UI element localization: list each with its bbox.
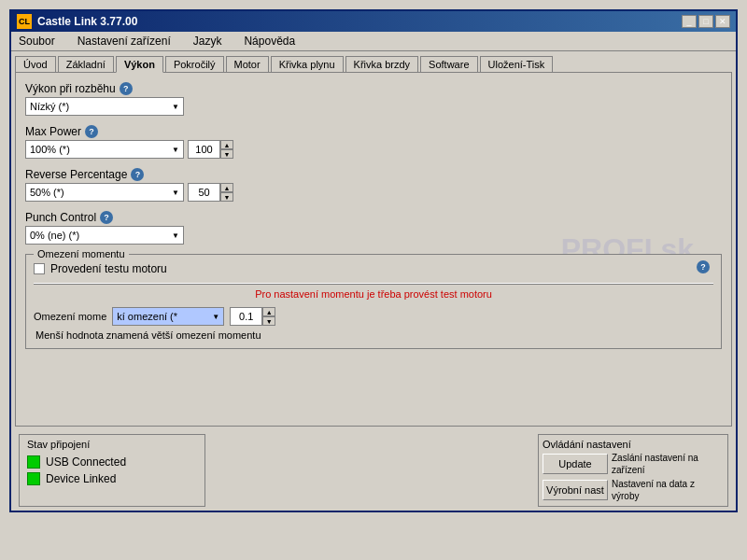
vykon-dropdown-value: Nízký (*) — [30, 101, 69, 112]
usb-status-item: USB Connected — [27, 455, 197, 469]
omezeni-groupbox-inner: ? Provedení testu motoru Pro nastavení m… — [34, 262, 713, 341]
device-led — [27, 472, 40, 485]
controls-title: Ovládání nastavení — [543, 439, 724, 450]
device-label: Device Linked — [46, 472, 116, 485]
punch-help-icon[interactable]: ? — [100, 211, 113, 224]
maxpower-spin-up[interactable]: ▲ — [220, 140, 233, 149]
checkbox-row: Provedení testu motoru — [34, 262, 713, 275]
reverse-spin-buttons: ▲ ▼ — [220, 183, 233, 202]
update-label: Zaslání nastavení na zařízení — [612, 452, 724, 476]
usb-label: USB Connected — [46, 455, 126, 469]
title-bar-left: CL Castle Link 3.77.00 — [17, 14, 137, 29]
status-right: Ovládání nastavení Update Zaslání nastav… — [538, 434, 728, 507]
punch-label-row: Punch Control ? — [25, 211, 722, 224]
tab-krivka-brzdy[interactable]: Křivka brzdy — [345, 56, 419, 73]
maxpower-dropdown-arrow: ▼ — [172, 146, 179, 154]
omezeni-groupbox: Omezení momentu ? Provedení testu motoru… — [25, 254, 722, 349]
menu-soubor[interactable]: Soubor — [15, 34, 59, 49]
warning-text: Pro nastavení momentu je třeba provést t… — [34, 288, 713, 300]
tabs-bar: Úvod Základní Výkon Pokročilý Motor Křiv… — [11, 51, 736, 72]
status-left: Stav připojení USB Connected Device Link… — [19, 434, 205, 507]
omezeni-dropdown[interactable]: kí omezení (* ▼ — [112, 307, 224, 326]
omezeni-row: Omezení mome kí omezení (* ▼ ▲ ▼ — [34, 307, 713, 326]
omezeni-dropdown-arrow: ▼ — [212, 313, 219, 321]
punch-field-row: 0% (ne) (*) ▼ — [25, 226, 722, 245]
vykon-label: Výkon při rozběhu — [25, 82, 116, 95]
menu-nastaveni[interactable]: Nastavení zařízení — [74, 34, 175, 49]
reverse-help-icon[interactable]: ? — [131, 168, 144, 181]
tab-pokrocily[interactable]: Pokročilý — [165, 56, 224, 73]
punch-field-group: Punch Control ? 0% (ne) (*) ▼ — [25, 211, 722, 245]
omezeni-help-icon[interactable]: ? — [697, 260, 710, 273]
reverse-field-row: 50% (*) ▼ ▲ ▼ — [25, 183, 722, 202]
device-status-item: Device Linked — [27, 472, 197, 485]
reverse-spinner: ▲ ▼ — [188, 183, 233, 202]
omezeni-dropdown-value: kí omezení (* — [117, 311, 177, 322]
punch-label: Punch Control — [25, 211, 96, 224]
menu-napoveda[interactable]: Nápověda — [240, 34, 299, 49]
tab-uvod[interactable]: Úvod — [15, 56, 56, 73]
status-bar: Stav připojení USB Connected Device Link… — [11, 430, 736, 511]
tab-motor[interactable]: Motor — [226, 56, 269, 73]
omezeni-spinner: ▲ ▼ — [230, 307, 275, 326]
maxpower-spin-down[interactable]: ▼ — [220, 149, 233, 159]
tab-krivka-plynu[interactable]: Křivka plynu — [271, 56, 344, 73]
reverse-label: Reverse Percentage — [25, 168, 127, 181]
maxpower-spin-buttons: ▲ ▼ — [220, 140, 233, 159]
divider — [34, 283, 713, 285]
omezeni-groupbox-title: Omezení momentu — [34, 248, 129, 259]
reverse-spin-up[interactable]: ▲ — [220, 183, 233, 192]
maxpower-field-row: 100% (*) ▼ 100 ▲ ▼ — [25, 140, 722, 159]
reverse-dropdown[interactable]: 50% (*) ▼ — [25, 183, 184, 202]
maxpower-number-input[interactable]: 100 — [188, 140, 220, 159]
maxpower-label-row: Max Power ? — [25, 125, 722, 138]
omezeni-spin-buttons: ▲ ▼ — [262, 307, 275, 326]
reverse-spin-down[interactable]: ▼ — [220, 192, 233, 202]
update-button[interactable]: Update — [543, 454, 608, 474]
maxpower-dropdown-value: 100% (*) — [30, 144, 70, 155]
minimize-button[interactable]: _ — [682, 15, 697, 28]
punch-dropdown[interactable]: 0% (ne) (*) ▼ — [25, 226, 184, 245]
punch-dropdown-value: 0% (ne) (*) — [30, 230, 79, 241]
factory-label: Nastavení na data z výroby — [612, 478, 724, 502]
omezeni-number-input[interactable] — [230, 307, 262, 326]
tab-software[interactable]: Software — [420, 56, 477, 73]
vykon-label-row: Výkon při rozběhu ? — [25, 82, 722, 95]
maxpower-help-icon[interactable]: ? — [85, 125, 98, 138]
omezeni-label: Omezení mome — [34, 311, 106, 322]
tab-vykon[interactable]: Výkon — [116, 56, 163, 73]
tab-ulozeni-tisk[interactable]: Uložení-Tisk — [480, 56, 554, 73]
provedeni-checkbox[interactable] — [34, 263, 45, 274]
window-controls: _ □ ✕ — [682, 15, 730, 28]
reverse-dropdown-arrow: ▼ — [172, 189, 179, 197]
checkbox-label: Provedení testu motoru — [50, 262, 167, 275]
factory-button[interactable]: Výrobní nast — [543, 480, 608, 500]
reverse-number-input[interactable] — [188, 183, 220, 202]
maximize-button[interactable]: □ — [698, 15, 713, 28]
menu-jazyk[interactable]: Jazyk — [190, 34, 226, 49]
vykon-dropdown[interactable]: Nízký (*) ▼ — [25, 97, 184, 116]
usb-led — [27, 455, 40, 469]
omezeni-spin-down[interactable]: ▼ — [262, 316, 275, 326]
content-area: PROFI.sk Výkon při rozběhu ? Nízký (*) ▼… — [15, 72, 732, 427]
close-button[interactable]: ✕ — [715, 15, 730, 28]
vykon-help-icon[interactable]: ? — [120, 82, 133, 95]
menu-bar: Soubor Nastavení zařízení Jazyk Nápověda — [11, 32, 736, 51]
update-row: Update Zaslání nastavení na zařízení — [543, 452, 724, 476]
main-window: CL Castle Link 3.77.00 _ □ ✕ Soubor Nast… — [9, 9, 738, 512]
omezeni-spin-up[interactable]: ▲ — [262, 307, 275, 316]
vykon-field-group: Výkon při rozběhu ? Nízký (*) ▼ — [25, 82, 722, 116]
reverse-label-row: Reverse Percentage ? — [25, 168, 722, 181]
reverse-field-group: Reverse Percentage ? 50% (*) ▼ ▲ ▼ — [25, 168, 722, 202]
punch-dropdown-arrow: ▼ — [172, 231, 179, 240]
vykon-field-row: Nízký (*) ▼ — [25, 97, 722, 116]
window-title: Castle Link 3.77.00 — [37, 15, 137, 28]
maxpower-label: Max Power — [25, 125, 81, 138]
maxpower-dropdown[interactable]: 100% (*) ▼ — [25, 140, 184, 159]
reverse-dropdown-value: 50% (*) — [30, 187, 64, 198]
app-icon: CL — [17, 14, 32, 29]
hint-text: Menší hodnota znamená větší omezení mome… — [35, 329, 713, 341]
title-bar: CL Castle Link 3.77.00 _ □ ✕ — [11, 11, 736, 32]
tab-zakladni[interactable]: Základní — [58, 56, 114, 73]
maxpower-spinner: 100 ▲ ▼ — [188, 140, 233, 159]
